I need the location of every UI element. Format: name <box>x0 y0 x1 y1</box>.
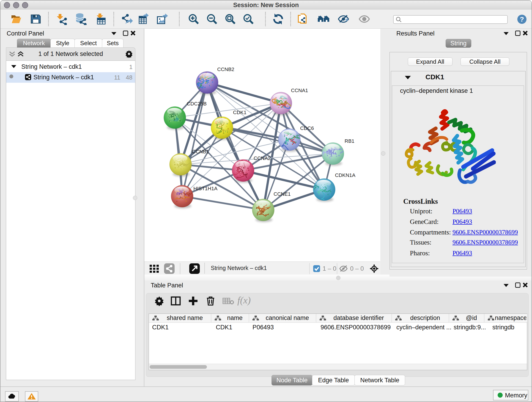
svg-text:CCNA2: CCNA2 <box>254 155 271 161</box>
svg-text:CCNE1: CCNE1 <box>273 191 291 197</box>
svg-text:CDK1: CDK1 <box>233 109 247 115</box>
svg-text:?: ? <box>520 15 524 23</box>
svg-text:HIST1H1A: HIST1H1A <box>193 186 217 191</box>
svg-text:CCNB2: CCNB2 <box>217 66 234 72</box>
svg-text:RB1: RB1 <box>345 138 355 144</box>
svg-text:CCNA1: CCNA1 <box>291 88 308 93</box>
svg-text:CDKN1A: CDKN1A <box>335 172 355 178</box>
svg-text:CDC6: CDC6 <box>300 125 314 131</box>
svg-text:CDC25B: CDC25B <box>187 101 207 107</box>
svg-text:CCNB1: CCNB1 <box>192 149 209 154</box>
